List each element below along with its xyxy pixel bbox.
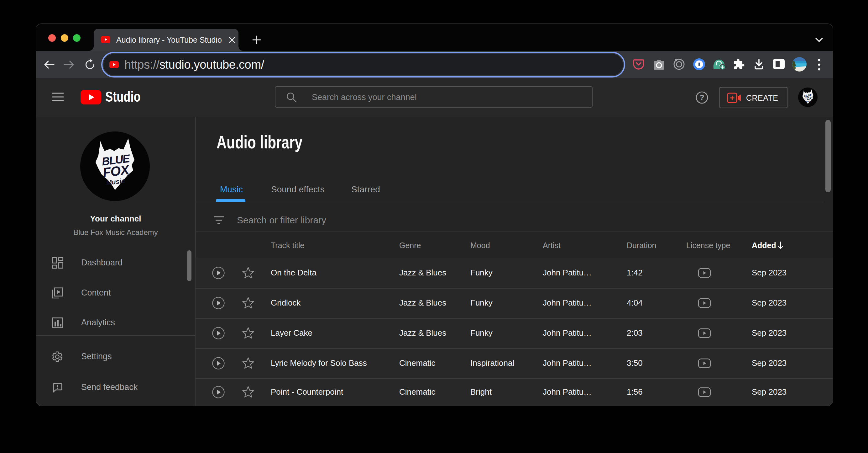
- svg-text:?: ?: [700, 93, 705, 102]
